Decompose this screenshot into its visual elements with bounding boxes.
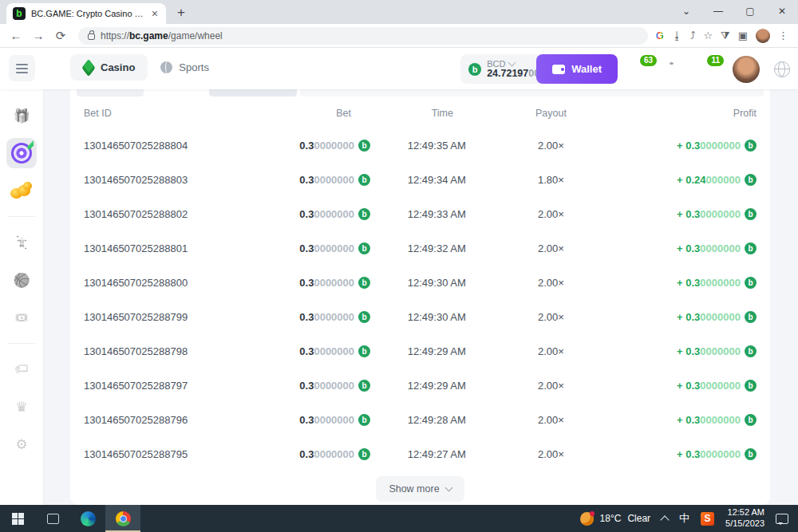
payout-cell: 2.00×: [504, 448, 599, 460]
sogou-input-icon[interactable]: S: [701, 512, 714, 526]
side-panel-icon[interactable]: ▣: [738, 30, 748, 41]
chrome-taskbar-button[interactable]: [105, 505, 140, 532]
window-close-button[interactable]: ✕: [766, 6, 798, 17]
time-cell: 12:49:34 AM: [370, 174, 504, 186]
browser-tab-strip: b BC.GAME: Crypto Casino Games × + ⌄ — ▢…: [0, 0, 798, 24]
sidebar-item-more[interactable]: ⚙: [6, 429, 37, 459]
new-tab-button[interactable]: +: [177, 5, 185, 21]
site-header: Casino Sports b BCD 24.7219700 Wallet 63: [0, 48, 798, 89]
bcd-coin-icon: b: [745, 311, 757, 323]
sidebar-item-shop[interactable]: 🏷: [6, 354, 37, 384]
profit-cell: + 0.30000000 b: [677, 414, 757, 426]
sidebar-item-bonus[interactable]: 🎁: [6, 100, 37, 131]
sidebar-item-sports[interactable]: 🏀: [6, 265, 37, 295]
time-cell: 12:49:27 AM: [370, 448, 504, 460]
chat-button[interactable]: 11: [699, 61, 718, 77]
profit-cell: + 0.30000000 b: [677, 380, 757, 392]
chevron-down-icon: [508, 58, 516, 66]
bookmark-star-icon[interactable]: ☆: [703, 30, 713, 41]
bet-cell: 0.30000000 b: [299, 208, 370, 220]
ime-indicator[interactable]: 中: [679, 511, 689, 526]
time-cell: 12:49:32 AM: [370, 242, 504, 254]
sports-ball-icon: [160, 61, 172, 73]
dots-circle-icon: ⚙: [15, 436, 27, 453]
bet-cell: 0.30000000 b: [299, 380, 370, 392]
bcd-coin-icon: b: [358, 174, 370, 186]
window-maximize-button[interactable]: ▢: [734, 6, 766, 17]
browser-profile-avatar[interactable]: [756, 29, 770, 43]
bet-id-cell: 130146507025288803: [84, 174, 250, 186]
bet-cell: 0.30000000 b: [299, 311, 370, 323]
tray-expand-icon[interactable]: [660, 515, 669, 524]
bet-id-cell: 130146507025288799: [84, 311, 250, 323]
sidebar-item-rewards[interactable]: [6, 175, 37, 206]
bet-id-cell: 130146507025288802: [84, 208, 250, 220]
payout-cell: 2.00×: [504, 414, 599, 426]
bcd-coin-icon: b: [745, 242, 757, 254]
table-row: 130146507025288797 0.30000000 b 12:49:29…: [70, 368, 770, 403]
forward-button[interactable]: →: [29, 26, 48, 45]
main-nav: Casino Sports: [70, 54, 222, 81]
table-header-row: Bet ID Bet Time Payout Profit: [70, 98, 770, 128]
bcd-coin-icon: b: [358, 208, 370, 220]
user-avatar[interactable]: [733, 56, 760, 83]
table-row: 130146507025288802 0.30000000 b 12:49:33…: [70, 197, 770, 231]
sidebar-item-vip[interactable]: ♛: [6, 392, 37, 422]
notifications-button[interactable]: [666, 61, 685, 77]
sidebar-item-racing[interactable]: 🎟: [6, 302, 37, 333]
bet-id-cell: 130146507025288798: [84, 345, 250, 357]
table-row: 130146507025288798 0.30000000 b 12:49:29…: [70, 334, 770, 368]
basketball-icon: 🏀: [13, 272, 30, 289]
reload-button[interactable]: ⟳: [51, 26, 70, 45]
tab-title: BC.GAME: Crypto Casino Games: [31, 9, 144, 18]
window-minimize-button[interactable]: —: [702, 6, 734, 17]
edge-taskbar-button[interactable]: [70, 505, 105, 532]
start-button[interactable]: [0, 505, 35, 532]
payout-cell: 2.00×: [504, 140, 599, 152]
wallet-button[interactable]: Wallet: [536, 54, 618, 84]
casino-label: Casino: [101, 61, 135, 73]
profit-cell: + 0.30000000 b: [677, 208, 757, 220]
bcd-coin-icon: b: [358, 448, 370, 460]
gift-icon: 🎁: [13, 108, 30, 124]
show-more-button[interactable]: Show more: [376, 476, 464, 502]
weather-temp: 18°C: [600, 513, 622, 524]
site-favicon-icon: b: [13, 7, 26, 20]
profit-cell: + 0.24000000 b: [677, 174, 757, 186]
wallet-icon: [552, 65, 565, 74]
gold-coins-icon: [10, 182, 33, 199]
casino-diamond-icon: [81, 58, 95, 77]
back-button[interactable]: ←: [6, 26, 26, 45]
bcd-coin-icon: b: [468, 63, 481, 76]
sidebar-toggle-button[interactable]: [9, 55, 35, 81]
share-icon[interactable]: ⤴: [690, 30, 696, 41]
browser-tab[interactable]: b BC.GAME: Crypto Casino Games ×: [6, 3, 166, 24]
payout-cell: 2.00×: [504, 380, 599, 392]
action-center-icon[interactable]: [776, 514, 788, 524]
google-icon[interactable]: G: [656, 30, 664, 41]
sidebar-item-games[interactable]: [6, 138, 37, 168]
tab-close-icon[interactable]: ×: [150, 7, 160, 20]
nav-casino[interactable]: Casino: [70, 54, 148, 81]
task-view-button[interactable]: [35, 505, 70, 532]
language-globe-icon[interactable]: [774, 61, 790, 77]
bcd-coin-icon: b: [745, 140, 757, 152]
balance-amount: 24.7219700: [487, 69, 539, 80]
inbox-button[interactable]: 63: [632, 61, 651, 77]
address-bar[interactable]: https://bc.game/game/wheel: [78, 27, 648, 45]
taskbar-clock[interactable]: 12:52 AM 5/15/2023: [725, 507, 764, 530]
bet-cell: 0.30000000 b: [299, 414, 370, 426]
bet-cell: 0.30000000 b: [299, 277, 370, 289]
cards-icon: 🃏: [13, 234, 30, 251]
sidebar-item-casino[interactable]: 🃏: [6, 227, 37, 258]
tab-search-chevron-icon[interactable]: ⌄: [670, 6, 702, 17]
nav-sports[interactable]: Sports: [148, 54, 222, 81]
browser-menu-icon[interactable]: ⋮: [778, 30, 788, 41]
weather-widget[interactable]: 18°C Clear: [580, 512, 651, 526]
windows-taskbar: 18°C Clear 中 S 12:52 AM 5/15/2023: [0, 505, 798, 532]
bcd-coin-icon: b: [745, 208, 757, 220]
download-icon[interactable]: ⭳: [672, 30, 682, 41]
extensions-puzzle-icon[interactable]: ⧩: [721, 30, 730, 42]
col-time: Time: [370, 108, 504, 119]
chat-badge: 11: [705, 53, 725, 68]
